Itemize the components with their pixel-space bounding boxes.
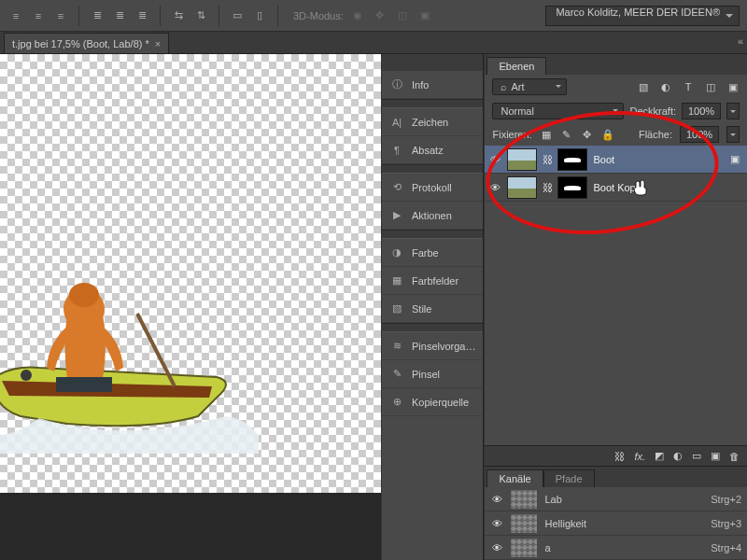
panel-zeichen[interactable]: A|Zeichen [382,108,483,136]
filter-smart-icon[interactable]: ▣ [726,81,740,93]
workspace-switcher[interactable]: Marco Kolditz, MEER DER IDEEN® [545,6,740,26]
layer-name[interactable]: Boot [593,154,725,165]
document-canvas[interactable] [0,54,381,493]
adjustment-icon[interactable]: ◐ [673,450,683,462]
filter-icons: ▧ ◐ T ◫ ▣ [637,81,740,93]
filter-pixel-icon[interactable]: ▧ [637,81,650,93]
tool-icon-b[interactable]: ▯ [251,7,268,24]
channel-name: a [544,542,703,553]
lock-row: Fixieren: ▦ ✎ ✥ 🔒 Fläche: 100% [485,123,747,146]
panel-label: Farbe [412,247,439,259]
swatches-icon: ▦ [389,274,404,287]
panel-absatz[interactable]: ¶Absatz [382,136,483,164]
distribute-icon-3[interactable]: ≣ [134,7,150,24]
channel-shortcut: Strg+2 [711,494,741,505]
visibility-icon[interactable]: 👁 [488,153,501,166]
visibility-icon[interactable]: 👁 [490,541,503,554]
cam-icon[interactable]: ▣ [416,7,433,24]
pan3d-icon[interactable]: ✥ [372,7,388,24]
mode3d-label: 3D-Modus: [293,10,344,21]
layer-thumbnail[interactable] [507,148,537,171]
fx-icon[interactable]: fx. [634,451,645,462]
visibility-icon[interactable]: 👁 [490,517,503,530]
panel-info[interactable]: ⓘInfo [382,71,483,99]
align-icon-2[interactable]: ≡ [30,7,47,24]
color-icon: ◑ [389,246,404,259]
dolly-icon[interactable]: ◫ [394,7,411,24]
filter-adjust-icon[interactable]: ◐ [659,81,672,93]
blend-mode-select[interactable]: Normal [492,103,624,119]
layers-list: 👁 ⛓ Boot ▣ 👁 ⛓ Boot Kopie [485,146,747,202]
distribute-icon-1[interactable]: ≣ [89,7,106,24]
close-icon[interactable]: × [155,38,161,49]
panel-protokoll[interactable]: ⟲Protokoll [382,174,483,202]
fill-slider-button[interactable] [726,126,740,143]
lock-position-icon[interactable]: ✥ [581,128,594,141]
panel-stile[interactable]: ▧Stile [382,295,483,323]
align-icon-3[interactable]: ≡ [52,7,69,24]
channel-row[interactable]: 👁 Helligkeit Strg+3 [485,511,747,536]
channel-row[interactable]: 👁 a Strg+4 [485,536,747,560]
mask-icon[interactable]: ◩ [655,450,664,462]
panel-label: Pinsel [412,369,440,380]
channel-row[interactable]: 👁 Lab Strg+2 [485,487,747,511]
visibility-icon[interactable]: 👁 [488,181,501,194]
filter-type-icon[interactable]: T [682,81,695,93]
layer-mask-thumbnail[interactable] [557,148,587,171]
panel-kopierquelle[interactable]: ⊕Kopierquelle [382,388,483,416]
panel-farbe[interactable]: ◑Farbe [382,239,483,267]
group-icon[interactable]: ▭ [692,450,701,462]
layer-row[interactable]: 👁 ⛓ Boot Kopie [485,174,747,202]
trash-icon[interactable]: 🗑 [729,451,740,462]
layer-mask-thumbnail[interactable] [557,176,587,199]
paragraph-icon: ¶ [389,145,404,156]
channel-thumbnail [511,539,537,557]
info-icon: ⓘ [389,77,404,91]
brushpresets-icon: ≋ [389,340,404,352]
advanced-blend-icon[interactable]: ▣ [730,153,743,165]
styles-icon: ▧ [389,302,404,315]
panel-aktionen[interactable]: ▶Aktionen [382,202,483,230]
layer-thumbnail[interactable] [507,176,537,199]
channel-thumbnail [511,490,537,509]
panel-pinsel[interactable]: ✎Pinsel [382,360,483,388]
fill-value[interactable]: 100% [680,126,719,143]
layers-footer: ⛓ fx. ◩ ◐ ▭ ▣ 🗑 Kanäle Pfade 👁 Lab Strg+… [485,445,747,560]
layer-name[interactable]: Boot Kopie [593,182,743,193]
new-layer-icon[interactable]: ▣ [711,450,720,462]
collapse-icon[interactable]: « [738,35,743,47]
visibility-icon[interactable]: 👁 [490,493,503,506]
history-icon: ⟲ [389,181,404,193]
link-layers-icon[interactable]: ⛓ [614,451,625,462]
canvas-area[interactable] [0,54,381,560]
filter-type-select[interactable]: ⌕ Art [492,78,567,95]
lock-transparency-icon[interactable]: ▦ [540,128,553,141]
tab-kanaele[interactable]: Kanäle [486,469,543,487]
lock-pixels-icon[interactable]: ✎ [560,128,573,141]
lock-all-icon[interactable]: 🔒 [601,128,614,141]
fill-label: Fläche: [639,129,672,140]
layers-footer-icons: ⛓ fx. ◩ ◐ ▭ ▣ 🗑 [485,445,747,466]
brush-icon: ✎ [389,368,404,380]
align-icon-1[interactable]: ≡ [7,7,24,24]
panel-label: Farbfelder [412,275,458,287]
separator [277,6,278,26]
distribute-icon-2[interactable]: ≣ [111,7,128,24]
opacity-value[interactable]: 100% [682,103,721,119]
panel-farbfelder[interactable]: ▦Farbfelder [382,267,483,295]
lock-label: Fixieren: [492,129,531,140]
opacity-slider-button[interactable] [726,103,740,119]
tab-ebenen[interactable]: Ebenen [486,57,546,75]
separator [160,6,161,26]
dist-h-icon[interactable]: ⇆ [170,7,187,24]
tool-icon-a[interactable]: ▭ [229,7,246,24]
filter-shape-icon[interactable]: ◫ [704,81,717,93]
channels-panel: Kanäle Pfade 👁 Lab Strg+2 👁 Helligkeit S… [485,466,747,560]
tab-pfade[interactable]: Pfade [543,469,595,487]
layer-row[interactable]: 👁 ⛓ Boot ▣ [485,146,747,174]
dist-v-icon[interactable]: ⇅ [192,7,209,24]
document-tab[interactable]: t.jpg bei 17,5% (Boot, Lab/8) * × [4,33,169,53]
panel-pinselvorgaben[interactable]: ≋Pinselvorga… [382,332,483,360]
svg-point-1 [69,283,99,307]
orbit-icon[interactable]: ◉ [349,7,366,24]
